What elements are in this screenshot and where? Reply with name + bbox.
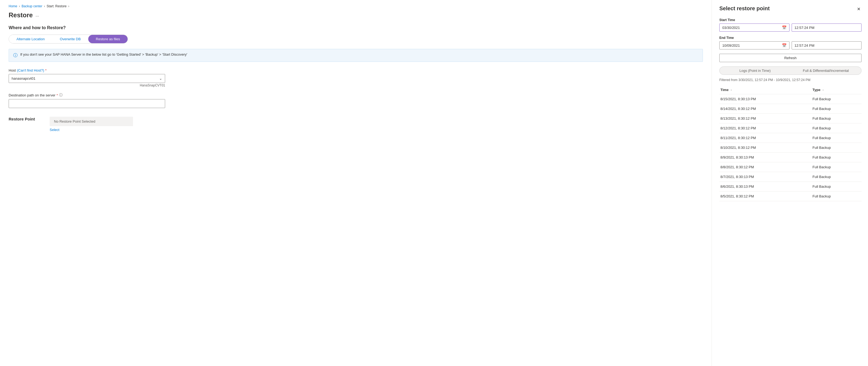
- col-header-type[interactable]: Type ↕: [811, 86, 862, 94]
- table-row[interactable]: 8/7/2021, 8:30:13 PMFull Backup: [719, 172, 862, 182]
- cell-time: 8/12/2021, 8:30:12 PM: [719, 123, 811, 133]
- restore-points-table: Time ↕ Type ↕ 8/15/2021, 8:30:13 PMFull …: [719, 86, 862, 201]
- section-title: Where and how to Restore?: [9, 25, 703, 30]
- host-label: Host (Can't find Host?) *: [9, 68, 703, 73]
- table-row[interactable]: 8/11/2021, 8:30:12 PMFull Backup: [719, 133, 862, 143]
- destination-input[interactable]: [9, 99, 165, 108]
- refresh-button[interactable]: Refresh: [719, 54, 862, 62]
- breadcrumb-sep-1: ›: [19, 4, 20, 8]
- restore-point-value-area: No Restore Point Selected Select: [50, 117, 133, 132]
- page-title: Restore: [9, 11, 33, 19]
- table-header: Time ↕ Type ↕: [719, 86, 862, 94]
- cell-time: 8/7/2021, 8:30:13 PM: [719, 172, 811, 182]
- host-field-group: Host (Can't find Host?) * hanasnapcvt01 …: [9, 68, 703, 87]
- select-restore-point-link[interactable]: Select: [50, 128, 133, 132]
- cell-type: Full Backup: [811, 104, 862, 114]
- start-time-input-wrap[interactable]: [792, 24, 862, 32]
- table-body: 8/15/2021, 8:30:13 PMFull Backup8/14/202…: [719, 94, 862, 201]
- destination-info-icon[interactable]: ⓘ: [59, 93, 63, 97]
- time-sort-icon[interactable]: ↕: [731, 89, 732, 91]
- table-row[interactable]: 8/5/2021, 8:30:12 PMFull Backup: [719, 192, 862, 201]
- host-dropdown-value: hanasnapcvt01: [11, 77, 35, 81]
- tab-full-differential[interactable]: Full & Differential/Incremental: [790, 67, 862, 75]
- destination-field-group: Destination path on the server * ⓘ: [9, 93, 703, 108]
- cell-time: 8/13/2021, 8:30:12 PM: [719, 114, 811, 123]
- breadcrumb-sep-3: ›: [68, 4, 69, 8]
- table-row[interactable]: 8/10/2021, 8:30:12 PMFull Backup: [719, 143, 862, 152]
- cell-type: Full Backup: [811, 152, 862, 162]
- table-row[interactable]: 8/6/2021, 8:30:13 PMFull Backup: [719, 182, 862, 192]
- tab-logs-point-in-time[interactable]: Logs (Point in Time): [720, 67, 790, 75]
- cell-type: Full Backup: [811, 192, 862, 201]
- tab-overwrite-db[interactable]: Overwrite DB: [52, 35, 88, 43]
- cell-time: 8/9/2021, 8:30:13 PM: [719, 152, 811, 162]
- info-icon: ⓘ: [13, 53, 18, 58]
- type-sort-icon[interactable]: ↕: [823, 89, 824, 91]
- no-restore-point-text: No Restore Point Selected: [50, 117, 133, 126]
- host-required-marker: *: [45, 68, 46, 73]
- cell-time: 8/11/2021, 8:30:12 PM: [719, 133, 811, 143]
- host-dropdown[interactable]: hanasnapcvt01 ⌄: [9, 74, 165, 83]
- col-header-time[interactable]: Time ↕: [719, 86, 811, 94]
- restore-type-tabs: Alternate Location Overwrite DB Restore …: [9, 34, 128, 44]
- panel-title: Select restore point: [719, 5, 770, 11]
- start-date-input-wrap[interactable]: 📅: [719, 24, 789, 32]
- cant-find-host-link[interactable]: (Can't find Host?): [17, 68, 44, 73]
- end-time-label: End Time: [719, 36, 862, 40]
- start-time-row: 📅: [719, 24, 862, 32]
- cell-time: 8/14/2021, 8:30:12 PM: [719, 104, 811, 114]
- log-type-tabs: Logs (Point in Time) Full & Differential…: [719, 66, 862, 75]
- left-panel: Home › Backup center › Start: Restore › …: [0, 0, 712, 366]
- end-time-row: 📅: [719, 41, 862, 50]
- info-box-text: If you don't see your SAP HANA Server in…: [20, 52, 187, 58]
- cell-type: Full Backup: [811, 123, 862, 133]
- destination-label-text: Destination path on the server: [9, 93, 55, 97]
- tab-alternate-location[interactable]: Alternate Location: [9, 35, 52, 43]
- table-row[interactable]: 8/9/2021, 8:30:13 PMFull Backup: [719, 152, 862, 162]
- start-date-input[interactable]: [722, 26, 782, 30]
- cell-time: 8/6/2021, 8:30:13 PM: [719, 182, 811, 192]
- breadcrumb: Home › Backup center › Start: Restore ›: [9, 4, 703, 8]
- cell-type: Full Backup: [811, 133, 862, 143]
- end-time-input[interactable]: [795, 44, 859, 48]
- host-hint: HanaSnapCVT01: [9, 83, 165, 87]
- cell-time: 8/10/2021, 8:30:12 PM: [719, 143, 811, 152]
- right-panel: Select restore point ✕ Start Time 📅 End …: [712, 0, 868, 366]
- end-date-input[interactable]: [722, 44, 782, 48]
- panel-header: Select restore point ✕: [719, 5, 862, 13]
- end-date-input-wrap[interactable]: 📅: [719, 41, 789, 50]
- end-time-input-wrap[interactable]: [792, 41, 862, 50]
- chevron-down-icon: ⌄: [159, 77, 162, 81]
- start-time-input[interactable]: [795, 26, 859, 30]
- end-calendar-icon[interactable]: 📅: [782, 43, 786, 48]
- table-row[interactable]: 8/8/2021, 8:30:12 PMFull Backup: [719, 162, 862, 172]
- table-row[interactable]: 8/15/2021, 8:30:13 PMFull Backup: [719, 94, 862, 104]
- destination-label: Destination path on the server * ⓘ: [9, 93, 703, 97]
- start-calendar-icon[interactable]: 📅: [782, 25, 786, 30]
- cell-time: 8/5/2021, 8:30:12 PM: [719, 192, 811, 201]
- destination-required-marker: *: [56, 93, 58, 97]
- close-button[interactable]: ✕: [856, 5, 862, 13]
- page-title-area: Restore ...: [9, 11, 703, 19]
- filtered-range-text: Filtered from 3/30/2021, 12:57:24 PM - 1…: [719, 78, 862, 82]
- end-time-section: End Time 📅: [719, 36, 862, 50]
- breadcrumb-home[interactable]: Home: [9, 4, 17, 8]
- cell-time: 8/8/2021, 8:30:12 PM: [719, 162, 811, 172]
- restore-point-section: Restore Point No Restore Point Selected …: [9, 117, 703, 132]
- info-box: ⓘ If you don't see your SAP HANA Server …: [9, 49, 703, 62]
- tab-restore-files[interactable]: Restore as files: [88, 35, 128, 43]
- table-row[interactable]: 8/14/2021, 8:30:12 PMFull Backup: [719, 104, 862, 114]
- breadcrumb-current: Start: Restore: [47, 4, 67, 8]
- host-label-text: Host: [9, 68, 16, 73]
- table-row[interactable]: 8/13/2021, 8:30:12 PMFull Backup: [719, 114, 862, 123]
- breadcrumb-sep-2: ›: [44, 4, 45, 8]
- start-time-label: Start Time: [719, 18, 862, 22]
- table-row[interactable]: 8/12/2021, 8:30:12 PMFull Backup: [719, 123, 862, 133]
- page-title-ellipsis[interactable]: ...: [35, 13, 39, 18]
- cell-type: Full Backup: [811, 94, 862, 104]
- cell-type: Full Backup: [811, 172, 862, 182]
- cell-type: Full Backup: [811, 182, 862, 192]
- breadcrumb-backup-center[interactable]: Backup center: [22, 4, 42, 8]
- col-type-label: Type: [812, 88, 820, 92]
- start-time-section: Start Time 📅: [719, 18, 862, 32]
